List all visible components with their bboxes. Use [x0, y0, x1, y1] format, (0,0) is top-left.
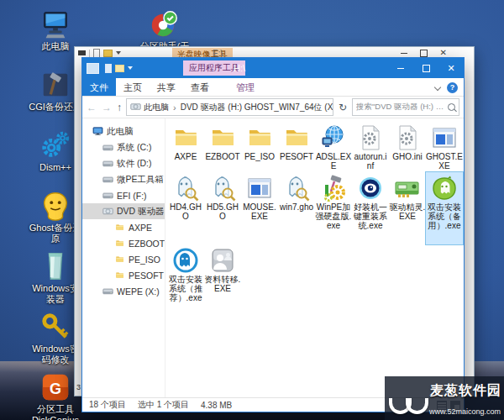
properties-icon[interactable] — [105, 64, 112, 73]
quick-access-toolbar[interactable] — [105, 64, 133, 73]
search-placeholder: 搜索"DVD 驱动器 (H:) GHO... — [356, 102, 445, 113]
folder-icon — [114, 270, 125, 280]
globe-icon — [320, 123, 347, 151]
nav-item-2[interactable]: 软件 (D:) — [82, 155, 165, 171]
tab-1[interactable]: 主页 — [116, 78, 150, 96]
drive-icon — [102, 159, 113, 168]
green-ghost-icon — [431, 174, 458, 202]
separator — [89, 50, 90, 57]
folder-icon — [114, 223, 125, 232]
maximize-button[interactable] — [420, 50, 428, 57]
nav-item-6[interactable]: AXPE — [82, 219, 165, 235]
person-icon — [209, 246, 236, 274]
key-icon — [39, 307, 71, 343]
file-item-label: autorun.inf — [352, 152, 389, 171]
close-button[interactable]: ✕ — [440, 49, 447, 57]
file-item-15[interactable]: 双击安装系统（备用）.exe — [426, 172, 463, 244]
nav-item-label: EZBOOT — [129, 239, 165, 249]
tab-2[interactable]: 共享 — [150, 78, 183, 96]
nav-item-3[interactable]: 微PE工具箱 (E:) — [82, 171, 165, 187]
file-item-1[interactable]: EZBOOT — [204, 122, 241, 172]
file-item-10[interactable]: MOUSE.EXE — [241, 172, 278, 244]
selected-count: 选中 1 个项目 — [138, 399, 189, 411]
watermark-logo-icon — [389, 398, 423, 414]
navigation-pane: 此电脑系统 (C:)软件 (D:)微PE工具箱 (E:)EFI (F:)DVD … — [82, 118, 165, 397]
file-item-5[interactable]: autorun.inf — [352, 122, 389, 172]
file-item-label: MOUSE.EXE — [241, 202, 278, 221]
nav-item-label: 软件 (D:) — [117, 158, 151, 170]
tab-4[interactable]: 管理 — [228, 78, 262, 96]
tab-3[interactable]: 查看 — [183, 78, 217, 96]
new-folder-icon[interactable] — [115, 65, 124, 72]
minimize-button[interactable] — [401, 53, 407, 54]
tab-0[interactable]: 文件 — [82, 78, 116, 96]
file-item-label: ADSL.EXE — [315, 152, 352, 171]
file-item-label: HD4.GHO — [167, 202, 204, 221]
quick-access-toolbar[interactable] — [78, 49, 121, 58]
drive-icon — [102, 143, 113, 152]
help-icon[interactable]: ? — [447, 82, 458, 93]
file-item-label: 双击安装系统（备用）.exe — [426, 202, 463, 231]
nav-item-5[interactable]: DVD 驱动器 (H:) G — [82, 203, 165, 219]
file-grid: AXPEEZBOOTPE_ISOPESOFTADSL.EXEautorun.in… — [167, 122, 464, 305]
breadcrumb-segment-0[interactable]: 此电脑 — [144, 102, 169, 113]
nav-item-9[interactable]: PESOFT — [82, 267, 165, 283]
file-item-12[interactable]: WinPE加强硬盘版.exe — [315, 172, 352, 244]
blue-ghost-icon — [172, 246, 199, 274]
gear-doc-icon — [357, 123, 384, 151]
properties-icon[interactable] — [93, 49, 100, 58]
customize-toolbar-chevron-icon[interactable] — [116, 51, 121, 55]
computer-icon — [39, 5, 71, 40]
minimize-button[interactable] — [388, 58, 413, 78]
search-input[interactable]: 搜索"DVD 驱动器 (H:) GHO... — [352, 98, 459, 116]
close-button[interactable]: ✕ — [438, 58, 464, 78]
breadcrumb-segment-1[interactable]: DVD 驱动器 (H:) GHOST_WIN7_64位 (X64) — [181, 102, 333, 113]
file-list-pane[interactable]: AXPEEZBOOTPE_ISOPESOFTADSL.EXEautorun.in… — [165, 118, 464, 397]
nav-item-10[interactable]: WEPE (X:) — [82, 283, 165, 299]
file-item-3[interactable]: PESOFT — [278, 122, 315, 172]
watermark-site-url: www.52maicong.com — [429, 407, 501, 416]
app-window-icon — [246, 174, 273, 202]
search-icon[interactable] — [448, 103, 455, 111]
up-button[interactable]: ↑ — [117, 102, 122, 113]
selected-size: 4.38 MB — [201, 401, 232, 410]
file-item-8[interactable]: HD4.GHO — [167, 172, 204, 244]
file-item-2[interactable]: PE_ISO — [241, 122, 278, 172]
expand-ribbon-chevron-icon[interactable] — [434, 83, 441, 90]
customize-toolbar-chevron-icon[interactable] — [128, 66, 133, 70]
nav-item-4[interactable]: EFI (F:) — [82, 187, 165, 203]
titlebar[interactable]: 应用程序工具 H:\ ✕ — [82, 58, 464, 78]
desktop-icon-label: 此电脑 — [42, 41, 70, 52]
file-item-11[interactable]: win7.gho — [278, 172, 315, 244]
file-item-14[interactable]: 驱动精灵.EXE — [389, 172, 426, 244]
forward-button[interactable]: → — [102, 102, 112, 113]
file-item-7[interactable]: GHOST.EXE — [426, 122, 463, 172]
desktop-icon-label: 分区工具DiskGenius — [28, 404, 83, 420]
nav-item-7[interactable]: EZBOOT — [82, 235, 165, 251]
file-item-13[interactable]: 好装机一键重装系统.exe — [352, 172, 389, 244]
drive-icon — [102, 175, 113, 184]
file-item-label: 双击安装系统（推荐）.exe — [167, 275, 204, 303]
window-title: H:\ — [234, 63, 245, 73]
file-item-9[interactable]: HD5.GHO — [204, 172, 241, 244]
file-item-4[interactable]: ADSL.EXE — [315, 122, 352, 172]
file-item-0[interactable]: AXPE — [167, 122, 204, 172]
nav-item-0[interactable]: 此电脑 — [82, 123, 165, 139]
eye-icon — [357, 174, 384, 202]
nav-item-label: 微PE工具箱 (E:) — [117, 174, 165, 186]
nav-item-label: EFI (F:) — [117, 191, 147, 201]
ghost-icon — [283, 174, 310, 202]
file-item-16[interactable]: 双击安装系统（推荐）.exe — [167, 244, 204, 305]
maximize-button[interactable] — [413, 58, 438, 78]
nav-item-1[interactable]: 系统 (C:) — [82, 139, 165, 155]
address-breadcrumb[interactable]: 此电脑›DVD 驱动器 (H:) GHOST_WIN7_64位 (X64)› — [126, 98, 333, 116]
nav-item-8[interactable]: PE_ISO — [82, 251, 165, 267]
app-window-icon — [431, 123, 458, 151]
file-item-6[interactable]: GHO.ini — [389, 122, 426, 172]
back-button[interactable]: ← — [87, 102, 97, 113]
address-bar-row: ← → ↑ 此电脑›DVD 驱动器 (H:) GHOST_WIN7_64位 (X… — [82, 97, 464, 118]
refresh-icon[interactable]: ↻ — [339, 102, 347, 113]
hammer-icon — [39, 66, 71, 101]
file-item-17[interactable]: 资料转移.EXE — [204, 244, 241, 305]
new-folder-icon[interactable] — [103, 50, 113, 57]
